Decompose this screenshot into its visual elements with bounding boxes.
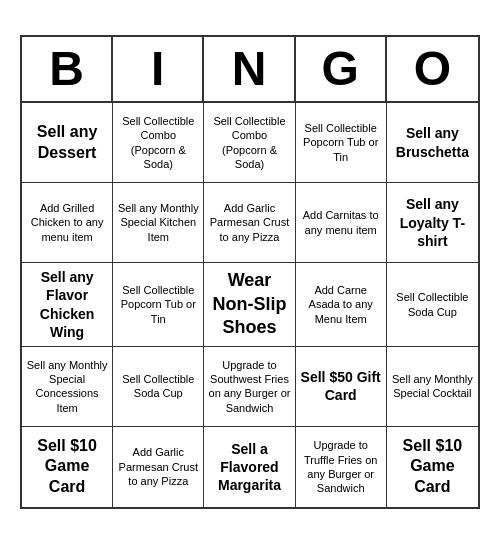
bingo-cell-23: Upgrade to Truffle Fries on any Burger o… [296, 427, 387, 507]
bingo-cell-2: Sell Collectible Combo (Popcorn & Soda) [204, 103, 295, 183]
bingo-cell-24: Sell $10 Game Card [387, 427, 478, 507]
bingo-cell-12: Wear Non-Slip Shoes [204, 263, 295, 347]
bingo-cell-1: Sell Collectible Combo (Popcorn & Soda) [113, 103, 204, 183]
bingo-cell-3: Sell Collectible Popcorn Tub or Tin [296, 103, 387, 183]
bingo-cell-0: Sell any Dessert [22, 103, 113, 183]
bingo-cell-11: Sell Collectible Popcorn Tub or Tin [113, 263, 204, 347]
bingo-cell-15: Sell any Monthly Special Concessions Ite… [22, 347, 113, 427]
bingo-cell-18: Sell $50 Gift Card [296, 347, 387, 427]
bingo-header: BINGO [22, 37, 478, 103]
bingo-letter-o: O [387, 37, 478, 101]
bingo-cell-4: Sell any Bruschetta [387, 103, 478, 183]
bingo-cell-10: Sell any Flavor Chicken Wing [22, 263, 113, 347]
bingo-letter-i: I [113, 37, 204, 101]
bingo-cell-8: Add Carnitas to any menu item [296, 183, 387, 263]
bingo-grid: Sell any DessertSell Collectible Combo (… [22, 103, 478, 507]
bingo-cell-21: Add Garlic Parmesan Crust to any Pizza [113, 427, 204, 507]
bingo-cell-16: Sell Collectible Soda Cup [113, 347, 204, 427]
bingo-card: BINGO Sell any DessertSell Collectible C… [20, 35, 480, 509]
bingo-cell-22: Sell a Flavored Margarita [204, 427, 295, 507]
bingo-cell-14: Sell Collectible Soda Cup [387, 263, 478, 347]
bingo-cell-17: Upgrade to Southwest Fries on any Burger… [204, 347, 295, 427]
bingo-cell-5: Add Grilled Chicken to any menu item [22, 183, 113, 263]
bingo-letter-n: N [204, 37, 295, 101]
bingo-cell-13: Add Carne Asada to any Menu Item [296, 263, 387, 347]
bingo-cell-20: Sell $10 Game Card [22, 427, 113, 507]
bingo-cell-19: Sell any Monthly Special Cocktail [387, 347, 478, 427]
bingo-cell-9: Sell any Loyalty T-shirt [387, 183, 478, 263]
bingo-letter-b: B [22, 37, 113, 101]
bingo-letter-g: G [296, 37, 387, 101]
bingo-cell-7: Add Garlic Parmesan Crust to any Pizza [204, 183, 295, 263]
bingo-cell-6: Sell any Monthly Special Kitchen Item [113, 183, 204, 263]
